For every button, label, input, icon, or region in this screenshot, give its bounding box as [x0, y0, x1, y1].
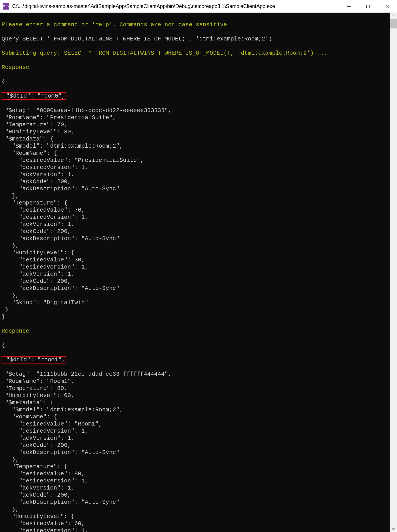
vertical-scrollbar[interactable] [390, 12, 397, 532]
chevron-up-icon [392, 14, 395, 17]
title-bar[interactable]: C:\ C:\...\digital-twins-samples-master\… [0, 0, 397, 13]
scroll-down-button[interactable] [390, 526, 397, 532]
scroll-up-button[interactable] [390, 12, 397, 19]
json-open-1: { [1, 78, 397, 85]
json-dtid-2: "$dtId": "room1", [1, 356, 397, 364]
window-controls [339, 0, 397, 12]
window-title: C:\...\digital-twins-samples-master\AdtS… [12, 3, 339, 9]
query-line: Query SELECT * FROM DIGITALTWINS T WHERE… [1, 35, 397, 43]
json-block-2: "$etag": "1111bbbb-22cc-dddd-ee33-ffffff… [1, 371, 397, 532]
dtid-highlight-2: "$dtId": "room1", [1, 356, 66, 364]
app-icon: C:\ [3, 3, 9, 10]
json-block-1: "$etag": "0000aaaa-11bb-cccc-dd22-eeeeee… [1, 107, 397, 320]
json-open-2: { [1, 342, 397, 349]
console-output[interactable]: Please enter a command or 'help'. Comman… [0, 13, 397, 532]
dtid-highlight-1: "$dtId": "room0", [1, 92, 66, 100]
response-label-1: Response: [1, 64, 397, 71]
svg-rect-1 [366, 5, 370, 8]
scroll-thumb[interactable] [390, 19, 397, 28]
close-button[interactable] [378, 0, 397, 12]
json-dtid-1: "$dtId": "room0", [1, 92, 397, 100]
response-label-2: Response: [1, 328, 397, 334]
chevron-down-icon [392, 527, 395, 531]
close-icon [385, 4, 390, 9]
maximize-button[interactable] [359, 0, 378, 12]
console-prompt: Please enter a command or 'help'. Comman… [1, 21, 397, 28]
minimize-button[interactable] [339, 0, 359, 12]
submitting-line: Submitting query: SELECT * FROM DIGITALT… [1, 49, 397, 57]
maximize-icon [366, 4, 370, 9]
minimize-icon [347, 4, 351, 9]
app-window: C:\ C:\...\digital-twins-samples-master\… [0, 0, 397, 532]
